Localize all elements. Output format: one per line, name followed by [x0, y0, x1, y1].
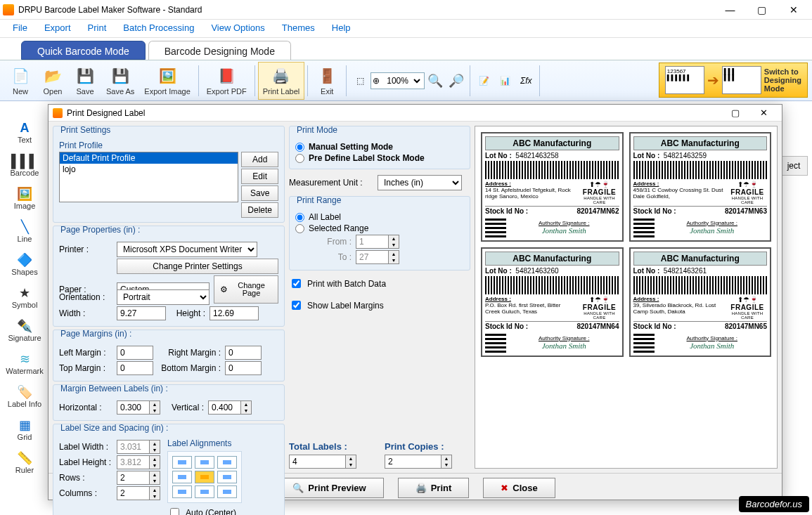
bottom-margin[interactable]	[225, 361, 262, 375]
btn-save[interactable]: Save	[241, 185, 278, 201]
align-tl[interactable]	[172, 456, 192, 469]
exit-icon: 🚪	[317, 66, 337, 86]
dialog-maximize[interactable]: ▢	[721, 105, 749, 121]
zoom-in-icon[interactable]: 🔍	[425, 70, 446, 91]
align-br[interactable]	[217, 485, 237, 498]
excel-icon[interactable]: 📊	[494, 70, 515, 91]
tool-barcode[interactable]: ▌▌▌Barcode	[4, 149, 45, 182]
zoom-control[interactable]: ⊕100%	[370, 72, 425, 89]
labelw-spin[interactable]: ▲▼	[117, 440, 160, 454]
change-printer-btn[interactable]: Change Printer Settings	[117, 259, 278, 274]
tb-export-pdf[interactable]: 📕Export PDF	[202, 62, 252, 100]
zoom-select[interactable]: 100%	[381, 74, 423, 88]
menu-themes[interactable]: Themes	[273, 20, 323, 37]
menu-export[interactable]: Export	[36, 20, 79, 37]
auto-center-cb[interactable]	[170, 508, 179, 515]
align-mc[interactable]	[195, 471, 214, 483]
right-margin[interactable]	[225, 346, 262, 360]
top-margin[interactable]	[117, 361, 153, 375]
change-page-btn[interactable]: ⚙Change Page	[214, 275, 278, 304]
radio-predefine[interactable]	[295, 154, 304, 163]
profile-item-lojo[interactable]: lojo	[60, 164, 238, 175]
tool-labelinfo[interactable]: 🏷️Label Info	[4, 380, 45, 413]
profile-list[interactable]: Default Print Profile lojo	[59, 152, 238, 202]
rows-spin[interactable]: ▲▼	[117, 471, 160, 485]
btn-close[interactable]: ✖Close	[483, 478, 555, 498]
from-spin[interactable]: ▲▼	[356, 235, 399, 249]
labelh-spin[interactable]: ▲▼	[117, 455, 160, 469]
print-copies-spin[interactable]: ▲▼	[385, 455, 452, 469]
horiz-spin[interactable]: ▲▼	[117, 400, 160, 415]
align-mr[interactable]	[217, 471, 237, 483]
height-input[interactable]	[210, 306, 259, 320]
align-tc[interactable]	[195, 456, 214, 469]
tool-watermark[interactable]: ≋Watermark	[4, 347, 45, 380]
vert-spin[interactable]: ▲▼	[208, 400, 252, 415]
total-labels-spin[interactable]: ▲▼	[289, 455, 356, 469]
btn-delete[interactable]: Delete	[241, 202, 278, 218]
btn-add[interactable]: Add	[241, 152, 278, 167]
dialog-close[interactable]: ✕	[749, 105, 778, 121]
btn-edit[interactable]: Edit	[241, 169, 278, 184]
menu-batch[interactable]: Batch Processing	[115, 20, 202, 37]
printer-select[interactable]: Microsoft XPS Document Writer	[117, 242, 257, 257]
menu-view[interactable]: View Options	[202, 20, 273, 37]
tb-print-label[interactable]: 🖨️Print Label	[258, 62, 305, 100]
maximize-button[interactable]: ▢	[746, 0, 778, 20]
to-spin[interactable]: ▲▼	[356, 250, 399, 264]
cb-batch[interactable]	[292, 279, 301, 288]
tab-quick-mode[interactable]: Quick Barcode Mode	[21, 41, 146, 60]
align-tr[interactable]	[217, 456, 237, 469]
radio-all-label[interactable]	[295, 213, 304, 222]
tool-line[interactable]: ╲Line	[4, 215, 45, 248]
tool-signature[interactable]: ✒️Signature	[4, 314, 45, 347]
radio-manual[interactable]	[295, 143, 304, 152]
btn-print-preview[interactable]: 🔍Print Preview	[275, 478, 383, 498]
tb-saveas[interactable]: 💾Save As	[101, 62, 139, 100]
tool-ruler[interactable]: 📏Ruler	[4, 446, 45, 479]
tool-grid[interactable]: ▦Grid	[4, 413, 45, 446]
unit-select[interactable]: Inches (in)	[378, 175, 462, 190]
save-icon: 💾	[75, 66, 95, 86]
radio-sel-range[interactable]	[295, 224, 304, 233]
titlebar: DRPU Barcode Label Maker Software - Stan…	[0, 0, 812, 20]
zoom-out-icon[interactable]: 🔎	[446, 70, 467, 91]
tb-save[interactable]: 💾Save	[69, 62, 101, 100]
align-bc[interactable]	[195, 485, 214, 498]
formula-icon[interactable]: Σfx	[515, 70, 536, 91]
barcode-icon: ▌▌▌	[15, 153, 34, 169]
align-bl[interactable]	[172, 485, 192, 498]
align-ml[interactable]	[172, 471, 192, 483]
cb-margins[interactable]	[292, 301, 301, 310]
tb-exit[interactable]: 🚪Exit	[311, 62, 343, 100]
switch-mode-panel[interactable]: 123567▌▌▌▌▌▌ ➔ ▌▌▌▌▌▌ Switch toDesigning…	[659, 63, 808, 98]
tab-design-mode[interactable]: Barcode Designing Mode	[148, 41, 291, 60]
minimize-button[interactable]: —	[714, 0, 746, 20]
magnifier-icon: 🔍	[292, 483, 304, 493]
tb-open[interactable]: 📂Open	[37, 62, 69, 100]
profile-item-default[interactable]: Default Print Profile	[60, 152, 238, 164]
menu-help[interactable]: Help	[323, 20, 359, 37]
left-margin[interactable]	[117, 346, 153, 360]
width-input[interactable]	[117, 306, 166, 320]
close-button[interactable]: ✕	[778, 0, 809, 20]
menu-file[interactable]: File	[4, 20, 36, 37]
tb-new[interactable]: 📄New	[4, 62, 37, 100]
grid-icon: ▦	[15, 417, 34, 433]
tool-text[interactable]: AText	[4, 116, 45, 149]
fit-icon[interactable]: ⬚	[349, 70, 370, 91]
cols-spin[interactable]: ▲▼	[117, 486, 160, 500]
tool-shapes[interactable]: 🔷Shapes	[4, 248, 45, 281]
tool-image[interactable]: 🖼️Image	[4, 182, 45, 215]
label-card: ABC Manufacturing Lot No : 54821463261 A…	[629, 247, 772, 357]
menu-print[interactable]: Print	[79, 20, 115, 37]
btn-print[interactable]: 🖨️Print	[398, 478, 470, 498]
saveas-icon: 💾	[110, 66, 130, 86]
orientation-select[interactable]: Portrait	[117, 289, 210, 305]
tool-symbol[interactable]: ★Symbol	[4, 281, 45, 314]
tb-export-image[interactable]: 🖼️Export Image	[139, 62, 195, 100]
thumb-label: 123567▌▌▌▌▌▌	[665, 66, 704, 94]
right-tab-partial[interactable]: ject	[780, 156, 808, 176]
edit-icon[interactable]: 📝	[473, 70, 494, 91]
watermark-icon: ≋	[15, 351, 34, 367]
